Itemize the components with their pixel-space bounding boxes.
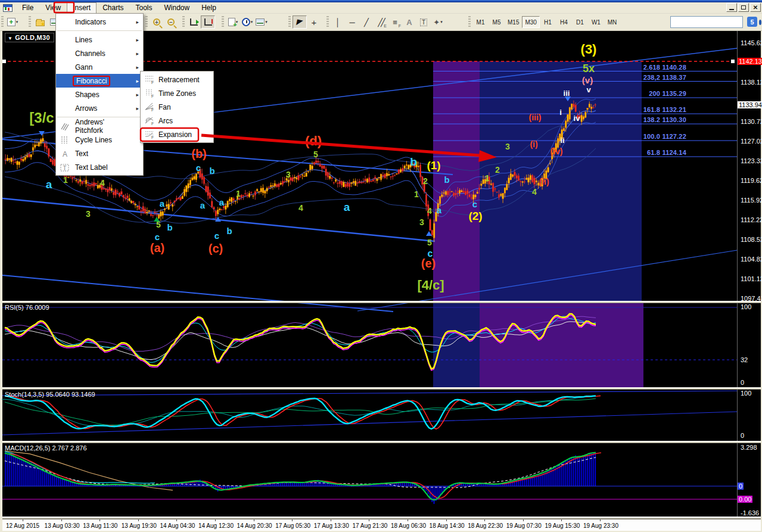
fibonacci-submenu-item-time-zones[interactable]: FTime Zones [141,86,213,100]
insert-menu-item-text[interactable]: AText [56,147,143,160]
menubar-item-window[interactable]: Window [158,2,196,14]
toolbar-grip[interactable] [145,16,148,28]
vertical-line-button[interactable]: │ [331,15,345,29]
profiles-button[interactable]: ★ [33,15,47,29]
menubar-item-help[interactable]: Help [195,2,222,14]
insert-menu-item-shapes[interactable]: Shapes▸ [56,88,143,101]
timeframe-h4-button[interactable]: H4 [556,16,572,28]
restore-button[interactable] [738,3,749,12]
timeframe-w1-button[interactable]: W1 [588,16,604,28]
search-icon[interactable] [759,20,761,25]
time-axis-label: 12 Aug 2015 [6,522,39,529]
symbol-label[interactable]: ▼GOLD,M30 [5,33,54,42]
zoom-out-icon: − [167,18,175,26]
mt4-window: FileViewInsertChartsToolsWindowHelp ✕ +▾… [0,0,762,532]
menubar-item-view[interactable]: View [39,2,67,14]
price-axis[interactable] [737,31,761,519]
fibo-expansion-icon: F [144,129,155,139]
zoom-in-button[interactable]: + [150,15,164,29]
horizontal-line-button[interactable]: ─ [345,15,359,29]
menubar-item-tools[interactable]: Tools [130,2,158,14]
arrows-button[interactable]: ✦▾ [431,15,445,29]
submenu-arrow-icon: ▸ [136,19,139,25]
insert-menu-item-indicators[interactable]: Indicators▸ [56,15,143,29]
equidistant-channel-button[interactable]: ╱╱E [374,15,388,29]
menubar-item-charts[interactable]: Charts [97,2,129,14]
toolbar-grip[interactable] [222,16,224,28]
close-button[interactable]: ✕ [750,3,761,12]
toolbar-grip[interactable] [1,16,4,28]
toolbar-grip[interactable] [288,16,291,28]
timeframe-d1-button[interactable]: D1 [572,16,588,28]
fibonacci-retracement-button[interactable]: ≡F [388,15,402,29]
menu-item-label: Fan [158,103,171,111]
periods-icon [242,18,250,26]
text-icon: A [406,18,412,26]
text-label-button[interactable]: T [416,15,431,29]
panel-separator[interactable] [2,387,761,390]
zoom-out-button[interactable]: − [164,15,178,29]
timeframe-m30-button[interactable]: M30 [522,16,539,28]
auto-scroll-icon [190,18,198,26]
new-order-button[interactable]: ▾ [226,15,240,29]
time-axis-tick [254,519,254,521]
time-axis-label: 13 Aug 03:30 [45,522,80,529]
toolbar-grip[interactable] [468,16,471,28]
timeframe-m1-button[interactable]: M1 [472,16,489,28]
toolbar-grip[interactable] [182,16,185,28]
svg-text:F: F [151,122,154,125]
insert-menu-item-arrows[interactable]: Arrows▸ [56,101,143,115]
mql5-community-badge[interactable]: 5 [747,17,757,27]
auto-scroll-button[interactable] [186,15,201,29]
cursor-icon: ◤ [296,18,303,27]
text-label-icon: T [420,18,427,26]
new-chart-button[interactable]: +▾ [5,15,20,29]
timeframe-m5-button[interactable]: M5 [489,16,505,28]
panel-separator[interactable] [2,301,761,303]
templates-button[interactable]: ▾ [254,15,269,29]
chart-shift-button[interactable] [201,15,215,29]
menubar-item-file[interactable]: File [16,2,39,14]
menubar-items: FileViewInsertChartsToolsWindowHelp [16,2,222,14]
insert-menu-item-lines[interactable]: Lines▸ [56,33,143,46]
insert-menu-item-fibonacci[interactable]: Fibonacci▸ [56,74,143,88]
fibo-timezones-icon: F [144,88,155,98]
fibonacci-submenu-item-retracement[interactable]: FRetracement [141,73,213,86]
chart-shift-icon [204,18,212,26]
cycle-lines-icon [60,135,70,145]
fibonacci-submenu-item-expansion[interactable]: FExpansion [141,127,213,141]
search-input[interactable] [671,17,759,27]
templates-icon [256,18,265,26]
pitchfork-icon [60,121,70,131]
timeframe-h1-button[interactable]: H1 [540,16,556,28]
cursor-button[interactable]: ◤ [293,15,307,29]
dropdown-arrow-icon: ▾ [251,20,253,24]
fibo-fan-icon: F [144,102,155,112]
time-axis[interactable]: 12 Aug 201513 Aug 03:3013 Aug 11:3013 Au… [2,519,761,531]
toolbar-grip[interactable] [326,16,329,28]
insert-menu-item-channels[interactable]: Channels▸ [56,46,143,60]
fibonacci-submenu-item-fan[interactable]: FFan [141,100,213,114]
panel-separator[interactable] [2,441,761,443]
menubar-item-insert[interactable]: Insert [67,2,97,14]
insert-menu-item-gann[interactable]: Gann▸ [56,60,143,74]
menu-item-label: Text [75,150,88,158]
insert-menu-item-cycle-lines[interactable]: Cycle Lines [56,133,143,147]
time-axis-tick [176,519,177,521]
timeframe-mn-button[interactable]: MN [604,16,620,28]
fibonacci-submenu-item-arcs[interactable]: FArcs [141,114,213,127]
fibo-arcs-icon: F [144,116,155,126]
menu-item-label: Expansion [158,130,192,139]
insert-menu-item-andrews-pitchfork[interactable]: Andrews' Pitchfork [56,119,143,133]
crosshair-button[interactable]: + [307,15,321,29]
insert-menu-item-text-label[interactable]: TText Label [56,160,143,174]
minimize-button[interactable] [726,3,737,12]
timeframe-m15-button[interactable]: M15 [505,16,522,28]
text-button[interactable]: A [402,15,416,29]
trendline-button[interactable]: ╱ [359,15,374,29]
periods-button[interactable]: ▾ [240,15,254,29]
time-axis-tick [331,519,331,521]
vertical-line-icon: │ [335,18,340,26]
toolbar-grip[interactable] [29,16,31,28]
menu-item-label: Arcs [158,117,173,125]
